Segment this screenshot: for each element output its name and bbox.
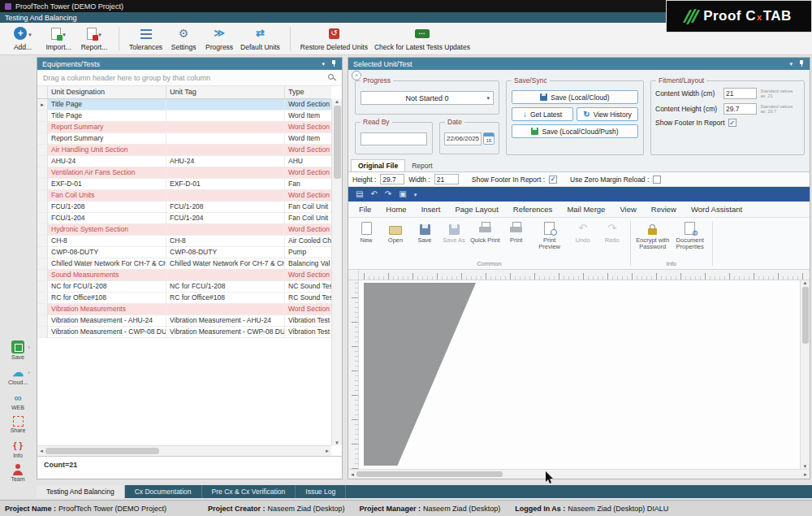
scroll-right-icon[interactable]: ► xyxy=(325,449,330,453)
content-height-input[interactable]: 29.7 xyxy=(723,103,757,115)
toolbar-item-restore-deleted-units[interactable]: Restore Deleted Units xyxy=(300,27,368,51)
expand-chevron-icon[interactable]: › xyxy=(28,369,30,376)
table-row[interactable]: FCU/1-204FCU/1-204Fan Coil Unit xyxy=(37,213,331,224)
progress-dropdown[interactable]: Not Started 0 ▾ xyxy=(361,91,494,105)
table-row[interactable]: RC for Office#108RC for Office#108RC Sou… xyxy=(37,293,331,304)
doc-height-input[interactable]: 29.7 xyxy=(380,174,404,184)
toolbar-item-import[interactable]: ▾Import... xyxy=(44,27,73,51)
doc-tab-report[interactable]: Report xyxy=(405,159,439,171)
chevron-down-icon[interactable]: ▾ xyxy=(486,95,490,102)
ribbon-tab-insert[interactable]: Insert xyxy=(414,205,448,214)
redo-icon[interactable]: ↷ xyxy=(385,190,391,198)
document-vertical-scrollbar[interactable]: ▲ ▼ xyxy=(800,280,810,469)
undo-icon[interactable]: ↶ xyxy=(370,190,377,198)
column-header-type[interactable]: Type xyxy=(285,86,331,98)
module-tab-testing-and-balancing[interactable]: Testing And Balancing xyxy=(37,485,125,498)
scrollbar-thumb[interactable] xyxy=(356,471,503,477)
table-row[interactable]: Title PageWord Item xyxy=(37,111,331,122)
document-horizontal-scrollbar[interactable]: ◄ ► xyxy=(348,469,810,479)
rail-item-share[interactable]: Share xyxy=(0,416,36,433)
ribbon-button-print[interactable]: Print xyxy=(502,221,531,244)
table-row[interactable]: ▸Title PageWord Section xyxy=(37,99,331,111)
table-row[interactable]: Ventilation Air Fans SectionWord Section xyxy=(37,167,331,179)
ribbon-button-new[interactable]: New xyxy=(352,221,381,244)
ribbon-button-quick-print[interactable]: Quick Print xyxy=(469,221,502,244)
ribbon-tab-page-layout[interactable]: Page Layout xyxy=(447,205,505,214)
toolbar-item-report[interactable]: ▾Report... xyxy=(80,27,109,51)
doc-tab-original-file[interactable]: Original File xyxy=(351,159,405,171)
document-canvas[interactable] xyxy=(359,280,800,469)
scroll-up-icon[interactable]: ▲ xyxy=(335,99,339,104)
chevron-down-icon[interactable]: ▾ xyxy=(789,61,793,67)
ribbon-button-print-preview[interactable]: Print Preview xyxy=(531,221,568,251)
grid-vertical-scrollbar[interactable]: ▲ ▼ xyxy=(331,99,342,445)
dropdown-chevron-icon[interactable]: ▾ xyxy=(28,32,32,38)
ribbon-tab-review[interactable]: Review xyxy=(644,205,684,214)
table-row[interactable]: CWP-08-DUTYCWP-08-DUTYPump xyxy=(37,247,331,258)
ribbon-tab-file[interactable]: File xyxy=(352,205,378,214)
save-icon[interactable]: ▣ xyxy=(399,190,406,198)
table-row[interactable]: EXF-D-01EXF-D-01Fan xyxy=(37,179,331,190)
table-row[interactable]: Air Handling Unit SectionWord Section xyxy=(37,145,331,156)
date-input[interactable]: 22/06/2025 xyxy=(444,132,482,145)
doc-footer-checkbox[interactable] xyxy=(549,176,557,184)
scroll-right-icon[interactable]: ► xyxy=(803,472,808,477)
module-tab-issue-log[interactable]: Issue Log xyxy=(296,485,346,498)
grid-horizontal-scrollbar[interactable]: ◄ ► xyxy=(37,445,331,456)
table-row[interactable]: CH-8CH-8Air Cooled Ch xyxy=(37,236,331,247)
table-row[interactable]: Vibration Measurement - AHU-24Vibration … xyxy=(37,315,331,327)
get-latest-button[interactable]: Get Latest xyxy=(512,107,573,121)
ribbon-tab-word-assistant[interactable]: Word Assistant xyxy=(684,205,749,214)
table-row[interactable]: Sound MeasurementsWord Section xyxy=(37,270,331,281)
toolbar-item-settings[interactable]: Settings xyxy=(169,27,198,51)
dropdown-chevron-icon[interactable]: ▾ xyxy=(63,32,66,38)
calendar-icon[interactable]: 15 xyxy=(483,132,495,145)
grid-view-icon[interactable]: ▤ xyxy=(356,190,363,198)
table-row[interactable]: Vibration MeasurementsWord Section xyxy=(37,304,331,315)
toolbar-item-add[interactable]: ▾Add... xyxy=(8,27,37,51)
toolbar-item-tolerances[interactable]: Tolerances xyxy=(129,27,162,51)
scroll-down-icon[interactable]: ▼ xyxy=(335,440,339,445)
scrollbar-thumb[interactable] xyxy=(45,448,159,454)
read-by-input[interactable] xyxy=(361,132,427,145)
rail-item-cloud[interactable]: ›Cloud... xyxy=(0,366,36,385)
content-width-input[interactable]: 21 xyxy=(723,88,757,99)
dropdown-chevron-icon[interactable]: ▾ xyxy=(98,32,102,38)
show-footer-checkbox[interactable] xyxy=(728,119,736,127)
table-row[interactable]: Report SummaryWord Section xyxy=(37,122,331,133)
pin-icon[interactable] xyxy=(798,60,805,67)
ribbon-tab-home[interactable]: Home xyxy=(378,205,413,214)
scrollbar-thumb[interactable] xyxy=(334,106,341,179)
zero-margin-checkbox[interactable] xyxy=(653,176,661,184)
chevron-down-icon[interactable]: ▾ xyxy=(322,61,325,67)
ribbon-tab-view[interactable]: View xyxy=(612,205,643,214)
table-row[interactable]: Chilled Water Network For CH-7 & CH-8Chi… xyxy=(37,258,331,270)
column-header-unit-designation[interactable]: Unit Designation xyxy=(48,86,166,98)
ribbon-button-open[interactable]: Open xyxy=(381,221,410,244)
table-row[interactable]: FCU/1-208FCU/1-208Fan Coil Unit xyxy=(37,202,331,213)
doc-width-input[interactable]: 21 xyxy=(434,174,459,184)
table-row[interactable]: Report SummaryWord Item xyxy=(37,133,331,145)
pin-icon[interactable] xyxy=(330,60,337,67)
module-tab-cx-documentation[interactable]: Cx Documentation xyxy=(125,485,202,498)
search-icon[interactable] xyxy=(327,73,336,82)
table-row[interactable]: AHU-24AHU-24AHU xyxy=(37,156,331,167)
toolbar-item-progress[interactable]: Progress xyxy=(205,27,234,51)
module-tab-pre-cx-cx-verification[interactable]: Pre Cx & Cx Verification xyxy=(202,485,296,498)
table-row[interactable]: NC for FCU/1-208NC for FCU/1-208NC Sound… xyxy=(37,281,331,293)
view-history-button[interactable]: View History xyxy=(577,107,638,121)
table-row[interactable]: Hydronic System SectionWord Section xyxy=(37,224,331,236)
toolbar-item-check-for-latest-tests-updates[interactable]: Check for Latest Tests Updates xyxy=(374,27,470,51)
rail-item-web[interactable]: WEB xyxy=(0,391,36,410)
ribbon-button-save[interactable]: Save xyxy=(410,221,439,244)
save-local-cloud-button[interactable]: Save (Local/Cloud) xyxy=(512,90,638,104)
table-row[interactable]: Vibration Measurement - CWP-08 DUTYVibra… xyxy=(37,327,331,338)
scroll-up-icon[interactable]: ▲ xyxy=(803,280,808,285)
chevron-down-icon[interactable]: ▾ xyxy=(414,192,417,197)
ribbon-tab-references[interactable]: References xyxy=(506,205,560,214)
scrollbar-thumb[interactable] xyxy=(802,287,809,344)
expand-chevron-icon[interactable]: › xyxy=(28,344,30,351)
rail-item-save[interactable]: ›Save xyxy=(0,340,36,360)
rail-item-team[interactable]: Team xyxy=(0,464,36,482)
table-row[interactable]: Fan Coil UnitsWord Section xyxy=(37,190,331,202)
